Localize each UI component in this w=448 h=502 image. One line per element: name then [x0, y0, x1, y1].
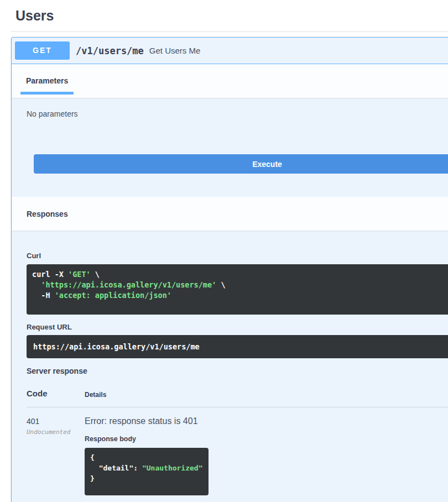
endpoint-path: /v1/users/me [76, 45, 144, 56]
response-body-label: Response body [85, 435, 209, 443]
table-header-details: Details [85, 389, 106, 400]
request-url-value: https://api.icosa.gallery/v1/users/me [33, 342, 200, 352]
parameters-body: No parameters Execute [12, 98, 448, 197]
endpoint-summary-text: Get Users Me [149, 46, 201, 55]
responses-body: Curl curl -X 'GET' \ 'https://api.icosa.… [12, 231, 448, 502]
server-response-label: Server response [27, 367, 448, 375]
table-header-row: Code Details [27, 389, 448, 407]
status-undocumented-note: Undocumented [27, 428, 85, 436]
response-error-text: Error: response status is 401 [85, 416, 209, 426]
response-body-json-block[interactable]: { "detail": "Unauthorized"} [85, 448, 209, 495]
execute-button[interactable]: Execute [34, 154, 448, 174]
operation-block-get-users-me: GET /v1/users/me Get Users Me Parameters… [11, 37, 448, 502]
responses-title: Responses [12, 197, 448, 218]
status-code: 401 [27, 416, 85, 426]
tag-divider [11, 32, 448, 32]
tab-parameters[interactable]: Parameters [20, 64, 74, 98]
no-parameters-text: No parameters [12, 98, 448, 118]
http-method-badge: GET [15, 41, 70, 60]
active-tab-indicator [20, 92, 74, 95]
details-cell: Error: response status is 401 Response b… [85, 416, 209, 495]
operation-summary[interactable]: GET /v1/users/me Get Users Me [12, 38, 448, 64]
curl-label: Curl [27, 252, 448, 260]
responses-section-header: Responses [12, 197, 448, 231]
status-code-cell: 401 Undocumented [27, 416, 85, 495]
server-response-table: Code Details 401 Undocumented Error: res… [27, 389, 448, 495]
table-header-code: Code [27, 389, 85, 400]
tag-title-users[interactable]: Users [0, 0, 448, 25]
table-row: 401 Undocumented Error: response status … [27, 407, 448, 495]
request-url-value-block: https://api.icosa.gallery/v1/users/me [27, 335, 448, 358]
tab-parameters-label: Parameters [26, 64, 68, 85]
parameters-section-header: Parameters [12, 64, 448, 98]
request-url-label: Request URL [27, 323, 448, 331]
execute-wrapper: Execute [12, 154, 448, 174]
curl-command-block[interactable]: curl -X 'GET' \ 'https://api.icosa.galle… [27, 264, 448, 315]
